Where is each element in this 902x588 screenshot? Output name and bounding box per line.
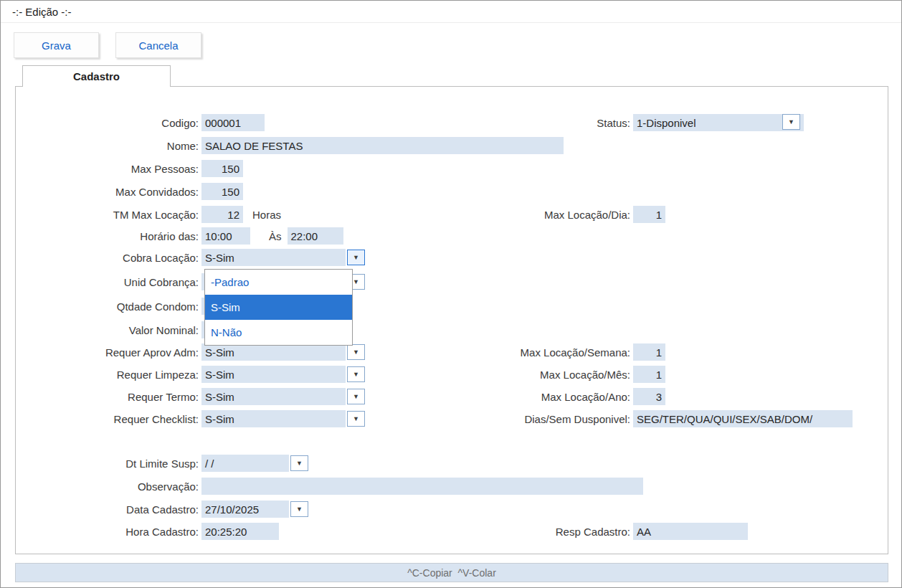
resp-cadastro-field[interactable]: AA [633, 523, 748, 540]
field-row-codigo: Codigo: 000001 [22, 114, 265, 131]
max-locacao-semana-field[interactable]: 1 [633, 343, 665, 361]
field-row-resp-cadastro: Resp Cadastro: AA [447, 523, 748, 540]
field-row-cobra-locacao: Cobra Locação: S-Sim ▼ [22, 249, 365, 266]
requer-termo-field[interactable]: S-Sim [201, 388, 346, 405]
field-row-requer-termo: Requer Termo: S-Sim ▼ [22, 388, 365, 405]
horario-as-label: Às [269, 230, 282, 242]
field-row-max-convidados: Max Convidados: 150 [22, 183, 243, 200]
dias-sem-disponivel-label: Dias/Sem Dusponivel: [447, 413, 633, 425]
tab-cadastro-label: Cadastro [73, 70, 120, 82]
cobra-locacao-dropdown-button[interactable]: ▼ [347, 250, 365, 265]
observacao-label: Observação: [22, 480, 201, 493]
field-row-observacao: Observação: [22, 478, 643, 495]
chevron-down-icon: ▼ [353, 394, 359, 400]
max-convidados-field[interactable]: 150 [201, 183, 243, 200]
dropdown-option-nao[interactable]: N-Não [205, 320, 352, 345]
max-locacao-dia-label: Max Locação/Dia: [447, 209, 633, 221]
requer-limpeza-field[interactable]: S-Sim [201, 366, 346, 383]
status-value: 1-Disponivel [637, 117, 696, 129]
requer-termo-dropdown-button[interactable]: ▼ [347, 389, 365, 404]
max-pessoas-label: Max Pessoas: [22, 163, 201, 175]
field-row-requer-limpeza: Requer Limpeza: S-Sim ▼ [22, 366, 365, 383]
requer-aprov-adm-dropdown-button[interactable]: ▼ [347, 344, 365, 360]
field-row-max-locacao-mes: Max Locação/Mês: 1 [447, 366, 665, 383]
tab-cadastro[interactable]: Cadastro [22, 65, 171, 87]
data-cadastro-dropdown-button[interactable]: ▼ [290, 501, 308, 517]
status-dropdown-button[interactable]: ▼ [782, 114, 800, 130]
tm-max-locacao-label: TM Max Locação: [22, 209, 201, 221]
field-row-max-locacao-ano: Max Locação/Ano: 3 [447, 388, 665, 405]
title-bar: -:- Edição -:- [1, 1, 901, 23]
dias-sem-disponivel-field[interactable]: SEG/TER/QUA/QUI/SEX/SAB/DOM/ [633, 410, 853, 427]
horario-das-label: Horário das: [22, 230, 201, 242]
hora-cadastro-label: Hora Cadastro: [22, 526, 201, 538]
horario-das-field[interactable]: 10:00 [201, 227, 250, 245]
requer-aprov-adm-field[interactable]: S-Sim [201, 343, 346, 361]
field-row-requer-checklist: Requer Checklist: S-Sim ▼ [22, 410, 365, 427]
status-bar: ^C-Copiar ^V-Colar [15, 563, 888, 582]
dt-limite-susp-label: Dt Limite Susp: [22, 457, 201, 470]
field-row-nome: Nome: SALAO DE FESTAS [22, 137, 564, 154]
field-row-max-locacao-dia: Max Locação/Dia: 1 [447, 206, 665, 223]
tm-max-locacao-suffix: Horas [252, 209, 281, 221]
observacao-field[interactable] [201, 478, 643, 495]
hora-cadastro-field[interactable]: 20:25:20 [201, 523, 279, 540]
field-row-status: Status: 1-Disponivel ▼ [447, 114, 804, 131]
requer-checklist-field[interactable]: S-Sim [201, 410, 346, 427]
dt-limite-susp-field[interactable]: / / [201, 455, 289, 472]
max-locacao-mes-field[interactable]: 1 [633, 366, 665, 383]
chevron-down-icon: ▼ [353, 349, 359, 356]
resp-cadastro-label: Resp Cadastro: [447, 526, 633, 538]
requer-limpeza-label: Requer Limpeza: [22, 369, 201, 381]
chevron-down-icon: ▼ [296, 506, 303, 513]
data-cadastro-field[interactable]: 27/10/2025 [201, 501, 289, 518]
max-locacao-dia-field[interactable]: 1 [633, 206, 665, 223]
chevron-down-icon: ▼ [788, 119, 794, 125]
requer-termo-label: Requer Termo: [22, 391, 201, 403]
tm-max-locacao-field[interactable]: 12 [201, 206, 243, 223]
chevron-down-icon: ▼ [353, 255, 359, 261]
unid-cobranca-label: Unid Cobrança: [22, 276, 201, 288]
max-pessoas-field[interactable]: 150 [201, 160, 243, 177]
status-field[interactable]: 1-Disponivel ▼ [633, 114, 804, 131]
requer-checklist-dropdown-button[interactable]: ▼ [347, 411, 365, 427]
field-row-horario: Horário das: 10:00 Às 22:00 [22, 227, 343, 245]
qtdade-condom-label: Qtdade Condom: [22, 300, 201, 313]
cancela-button[interactable]: Cancela [115, 32, 201, 58]
field-row-max-locacao-semana: Max Locação/Semana: 1 [447, 343, 665, 361]
requer-aprov-adm-label: Requer Aprov Adm: [22, 346, 201, 359]
field-row-requer-aprov-adm: Requer Aprov Adm: S-Sim ▼ [22, 343, 365, 361]
nome-field[interactable]: SALAO DE FESTAS [201, 137, 564, 154]
status-bar-text: ^C-Copiar ^V-Colar [407, 567, 496, 579]
field-row-dt-limite-susp: Dt Limite Susp: / / ▼ [22, 455, 308, 472]
window-title: -:- Edição -:- [12, 6, 72, 18]
max-locacao-ano-field[interactable]: 3 [633, 388, 665, 405]
chevron-down-icon: ▼ [296, 460, 303, 467]
dt-limite-susp-dropdown-button[interactable]: ▼ [290, 455, 308, 471]
field-row-hora-cadastro: Hora Cadastro: 20:25:20 [22, 523, 279, 540]
cobra-locacao-dropdown-list: -Padrao S-Sim N-Não [204, 269, 353, 346]
nome-label: Nome: [22, 140, 201, 152]
status-label: Status: [447, 117, 633, 129]
horario-as-field[interactable]: 22:00 [288, 227, 343, 245]
field-row-data-cadastro: Data Cadastro: 27/10/2025 ▼ [22, 501, 308, 518]
max-locacao-semana-label: Max Locação/Semana: [447, 346, 633, 359]
chevron-down-icon: ▼ [353, 279, 359, 285]
edit-window: -:- Edição -:- Grava Cancela Cadastro Co… [0, 0, 902, 588]
codigo-field[interactable]: 000001 [201, 114, 265, 131]
dropdown-option-padrao[interactable]: -Padrao [205, 270, 352, 295]
cobra-locacao-field[interactable]: S-Sim [201, 249, 346, 266]
cobra-locacao-label: Cobra Locação: [22, 252, 201, 264]
codigo-label: Codigo: [22, 117, 201, 129]
data-cadastro-label: Data Cadastro: [22, 503, 201, 516]
valor-nominal-label: Valor Nominal: [22, 324, 201, 336]
max-locacao-mes-label: Max Locação/Mês: [447, 369, 633, 381]
chevron-down-icon: ▼ [353, 416, 359, 422]
grava-button[interactable]: Grava [14, 32, 99, 58]
field-row-tm-max-locacao: TM Max Locação: 12 Horas [22, 206, 281, 223]
max-convidados-label: Max Convidados: [22, 186, 201, 198]
requer-limpeza-dropdown-button[interactable]: ▼ [347, 366, 365, 382]
chevron-down-icon: ▼ [353, 371, 359, 378]
max-locacao-ano-label: Max Locação/Ano: [447, 391, 633, 403]
dropdown-option-sim[interactable]: S-Sim [205, 295, 352, 320]
